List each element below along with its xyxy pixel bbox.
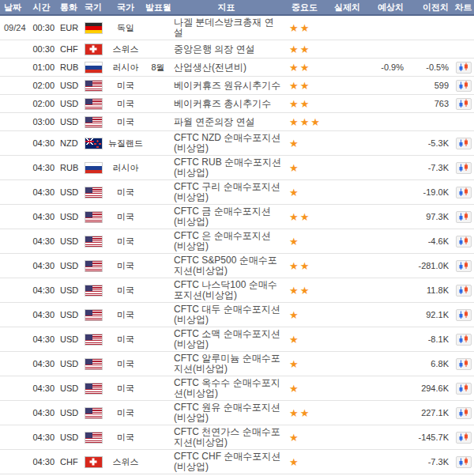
table-row[interactable]: 04:30 NZD 뉴질랜드 CFTC NZD 순매수포지션(비상업) ★ -5…	[0, 131, 474, 156]
indicator-link[interactable]: 나겔 분데스방크총재 연설	[171, 16, 282, 40]
importance-stars: ★★	[282, 62, 327, 74]
time-cell: 04:30	[28, 359, 55, 368]
candlestick-chart-icon[interactable]	[456, 80, 472, 92]
indicator-link[interactable]: 파월 연준의장 연설	[171, 115, 282, 129]
indicator-link[interactable]: CFTC 나스닥100 순매수포지션(비상업)	[171, 278, 282, 302]
russia-flag-icon	[85, 62, 103, 74]
indicator-link[interactable]: CFTC S&P500 순매수포지션(비상업)	[171, 254, 282, 278]
time-cell: 04:30	[28, 433, 55, 442]
candlestick-chart-icon[interactable]	[456, 309, 472, 321]
new-zealand-flag-icon	[85, 138, 103, 149]
table-row[interactable]: 03:00 USD 미국 파월 연준의장 연설 ★★★	[0, 113, 474, 131]
importance-stars: ★	[282, 187, 327, 198]
indicator-link[interactable]: CFTC 대두 순매수포지션(비상업)	[171, 303, 282, 327]
candlestick-chart-icon[interactable]	[456, 138, 472, 149]
currency-cell: USD	[55, 310, 81, 319]
candlestick-chart-icon[interactable]	[456, 383, 472, 395]
country-cell: 미국	[106, 309, 145, 321]
table-row[interactable]: 09/24 00:30 EUR 독일 나겔 분데스방크총재 연설 ★★	[0, 16, 474, 40]
country-cell: 미국	[106, 407, 145, 419]
currency-cell: USD	[55, 236, 81, 246]
table-row[interactable]: 04:30 CHF 스위스 CFTC CHF 순매수포지션(비상업) ★ -7.…	[0, 450, 474, 474]
table-row[interactable]: 04:30 USD 미국 CFTC 알루미늄 순매수포지션(비상업) ★ 6.8…	[0, 352, 474, 376]
candlestick-chart-icon[interactable]	[456, 187, 472, 198]
table-row[interactable]: 02:00 USD 미국 베이커휴즈 원유시추기수 ★★ 599	[0, 77, 474, 95]
candlestick-chart-icon[interactable]	[456, 98, 472, 110]
usa-flag-icon	[85, 211, 103, 223]
candlestick-chart-icon[interactable]	[456, 334, 472, 346]
currency-cell: USD	[55, 187, 81, 197]
indicator-link[interactable]: CFTC 원유 순매수포지션(비상업)	[171, 401, 282, 425]
time-cell: 00:30	[28, 44, 55, 54]
indicator-link[interactable]: CFTC 천연가스 순매수포지션(비상업)	[171, 425, 282, 449]
indicator-link[interactable]: CFTC 금 순매수포지션(비상업)	[171, 205, 282, 229]
country-cell: 스위스	[106, 456, 145, 468]
indicator-link[interactable]: CFTC 알루미늄 순매수포지션(비상업)	[171, 352, 282, 376]
country-cell: 미국	[106, 80, 145, 92]
currency-cell: USD	[55, 261, 81, 270]
candlestick-chart-icon[interactable]	[456, 432, 472, 444]
candlestick-chart-icon[interactable]	[456, 358, 472, 370]
candlestick-chart-icon[interactable]	[456, 62, 472, 74]
time-cell: 04:30	[28, 212, 55, 221]
candlestick-chart-icon[interactable]	[456, 260, 472, 272]
table-row[interactable]: 04:30 RUB 러시아 CFTC RUB 순매수포지션(비상업) ★ -7.…	[0, 156, 474, 180]
indicator-link[interactable]: 중앙은행 의장 연설	[171, 43, 282, 56]
previous-cell: -8.1K	[407, 334, 452, 344]
country-cell: 미국	[106, 116, 145, 128]
importance-stars: ★	[282, 358, 327, 370]
table-row[interactable]: 02:00 USD 미국 베이커휴즈 총시추기수 ★★ 763	[0, 95, 474, 113]
indicator-link[interactable]: CFTC RUB 순매수포지션(비상업)	[171, 156, 282, 179]
calendar-rows: 09/24 00:30 EUR 독일 나겔 분데스방크총재 연설 ★★ 00:3…	[0, 16, 474, 476]
previous-cell: -7.3K	[407, 457, 452, 467]
importance-stars: ★	[282, 138, 327, 149]
table-row[interactable]: 04:30 USD 미국 CFTC 천연가스 순매수포지션(비상업) ★ -14…	[0, 425, 474, 450]
candlestick-chart-icon[interactable]	[456, 285, 472, 297]
country-cell: 미국	[106, 211, 145, 223]
indicator-link[interactable]: CFTC 은 순매수포지션(비상업)	[171, 229, 282, 253]
table-row[interactable]: 04:30 USD 미국 CFTC 금 순매수포지션(비상업) ★★ 97.3K	[0, 205, 474, 229]
table-row[interactable]: 00:30 CHF 스위스 중앙은행 의장 연설 ★★	[0, 40, 474, 59]
table-row[interactable]: 04:30 USD 미국 CFTC 대두 순매수포지션(비상업) ★ 92.1K	[0, 303, 474, 327]
table-row[interactable]: 04:30 USD 미국 CFTC S&P500 순매수포지션(비상업) ★★ …	[0, 254, 474, 278]
previous-cell: 599	[407, 81, 452, 90]
table-row[interactable]: 04:30 USD 미국 CFTC 소맥 순매수포지션(비상업) ★ -8.1K	[0, 327, 474, 352]
time-cell: 04:30	[28, 408, 55, 417]
table-row[interactable]: 04:30 USD 미국 CFTC 은 순매수포지션(비상업) ★ -4.6K	[0, 229, 474, 254]
indicator-link[interactable]: 산업생산(전년비)	[171, 61, 282, 74]
previous-cell: -5.3K	[407, 138, 452, 148]
candlestick-chart-icon[interactable]	[456, 456, 472, 468]
candlestick-chart-icon[interactable]	[456, 211, 472, 223]
previous-cell: 97.3K	[407, 212, 452, 221]
table-row[interactable]: 01:00 RUB 러시아 8월 산업생산(전년비) ★★ -0.9% -0.5…	[0, 59, 474, 77]
importance-stars: ★★	[282, 80, 327, 92]
country-cell: 미국	[106, 383, 145, 395]
table-row[interactable]: 04:30 USD 미국 CFTC 구리 순매수포지션(비상업) ★ -19.0…	[0, 180, 474, 205]
usa-flag-icon	[85, 98, 103, 110]
indicator-link[interactable]: 베이커휴즈 총시추기수	[171, 97, 282, 111]
indicator-link[interactable]: CFTC CHF 순매수포지션(비상업)	[171, 450, 282, 474]
indicator-link[interactable]: 베이커휴즈 원유시추기수	[171, 79, 282, 93]
table-row[interactable]: 04:30 USD 미국 CFTC 나스닥100 순매수포지션(비상업) ★★ …	[0, 278, 474, 303]
economic-calendar-table: 날짜 시간 통화 국기 국가 발표월 지표 중요도 실제치 예상치 이전치 차트…	[0, 0, 474, 476]
usa-flag-icon	[85, 80, 103, 92]
country-cell: 미국	[106, 432, 145, 444]
candlestick-chart-icon[interactable]	[456, 407, 472, 419]
indicator-link[interactable]: CFTC NZD 순매수포지션(비상업)	[171, 131, 282, 155]
usa-flag-icon	[85, 358, 103, 370]
currency-cell: USD	[55, 99, 81, 108]
time-cell: 04:30	[28, 236, 55, 246]
time-cell: 04:30	[28, 138, 55, 148]
indicator-link[interactable]: CFTC 구리 순매수포지션(비상업)	[171, 180, 282, 204]
previous-cell: -0.5%	[407, 62, 452, 72]
previous-cell: 763	[407, 99, 452, 108]
table-row[interactable]: 04:30 USD 미국 CFTC 옥수수 순매수포지션(비상업) ★ 294.…	[0, 376, 474, 401]
importance-stars: ★★	[282, 22, 327, 34]
indicator-link[interactable]: CFTC 옥수수 순매수포지션(비상업)	[171, 376, 282, 400]
time-cell: 04:30	[28, 187, 55, 197]
candlestick-chart-icon[interactable]	[456, 236, 472, 247]
usa-flag-icon	[85, 285, 103, 297]
table-row[interactable]: 04:30 USD 미국 CFTC 원유 순매수포지션(비상업) ★★ 227.…	[0, 401, 474, 425]
indicator-link[interactable]: CFTC 소맥 순매수포지션(비상업)	[171, 327, 282, 351]
candlestick-chart-icon[interactable]	[456, 162, 472, 174]
